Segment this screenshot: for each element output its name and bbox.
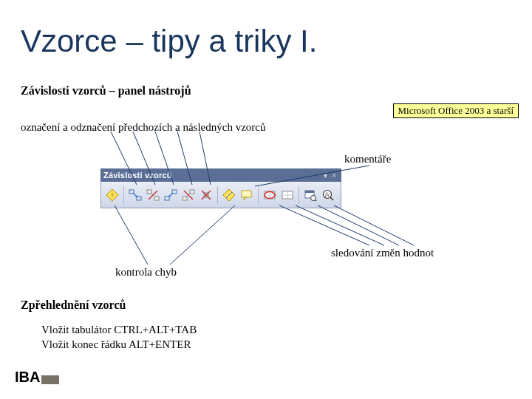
remove-dependents-button[interactable]: [180, 186, 197, 204]
svg-line-38: [330, 197, 333, 200]
svg-line-45: [115, 205, 148, 265]
subheading-dependencies: Závislosti vzorců – panel nástrojů: [21, 84, 191, 98]
label-marking: označení a odznačení předchozích a násle…: [21, 121, 266, 134]
evaluate-formula-icon: fx: [321, 188, 335, 202]
clear-circles-button[interactable]: [279, 186, 296, 204]
toolbar-body: !: [100, 182, 341, 208]
toolbar-menu-icon[interactable]: ▾: [321, 171, 330, 180]
warning-diamond-icon: !: [106, 188, 119, 202]
trace-dependents-button[interactable]: [163, 186, 179, 204]
svg-line-50: [334, 205, 414, 245]
svg-line-35: [316, 200, 317, 201]
toolbar-titlebar[interactable]: Závislosti vzorců ▾ ×: [100, 168, 341, 182]
toolbar-separator: [217, 186, 218, 204]
toolbar-close-icon[interactable]: ×: [330, 171, 338, 180]
svg-rect-33: [305, 191, 314, 193]
new-comment-icon: [240, 188, 253, 202]
office-version-badge: Microsoft Office 2003 a starší: [393, 103, 519, 118]
trace-error-button[interactable]: [221, 186, 237, 204]
error-checking-button[interactable]: !: [104, 186, 120, 204]
formula-auditing-toolbar: Závislosti vzorců ▾ × !: [100, 168, 341, 208]
subheading-readability: Zpřehlednění vzorců: [21, 299, 126, 312]
logo-text: IBA: [15, 369, 40, 386]
remove-precedents-icon: [146, 188, 160, 202]
circle-invalid-button[interactable]: [262, 186, 278, 204]
svg-line-46: [170, 205, 235, 265]
svg-line-47: [279, 205, 369, 245]
label-watch: sledování změn hodnot: [331, 247, 434, 259]
remove-all-arrows-icon: [200, 188, 213, 202]
new-comment-button[interactable]: [239, 186, 255, 204]
watch-window-button[interactable]: [302, 186, 318, 204]
remove-precedents-button[interactable]: [145, 186, 161, 204]
toolbar-title: Závislosti vzorců: [103, 171, 321, 180]
remove-dependents-icon: [182, 188, 195, 202]
trace-precedents-icon: [129, 188, 142, 202]
svg-marker-24: [244, 197, 247, 200]
logo-mark-icon: [41, 375, 59, 384]
svg-text:fx: fx: [325, 191, 330, 198]
shortcut-insert-tab: Vložit tabulátor CTRL+ALT+TAB: [41, 324, 197, 336]
trace-dependents-icon: [164, 188, 177, 202]
toolbar-separator: [258, 186, 259, 204]
shortcut-insert-newline: Vložit konec řádku ALT+ENTER: [41, 338, 191, 351]
svg-line-48: [296, 205, 384, 245]
iba-logo: IBA: [15, 369, 59, 386]
trace-precedents-button[interactable]: [127, 186, 143, 204]
evaluate-formula-button[interactable]: fx: [320, 186, 336, 204]
label-comments: komentáře: [344, 153, 391, 166]
svg-rect-23: [242, 191, 251, 197]
slide-title: Vzorce – tipy a triky I.: [21, 24, 317, 59]
svg-text:!: !: [112, 191, 114, 199]
remove-all-arrows-button[interactable]: [198, 186, 214, 204]
trace-error-icon: [222, 188, 236, 202]
toolbar-separator: [123, 186, 124, 204]
watch-window-icon: [304, 188, 317, 202]
label-error-check: kontrola chyb: [115, 266, 177, 279]
svg-line-49: [318, 205, 399, 245]
svg-point-34: [311, 195, 316, 200]
circle-invalid-icon: [263, 188, 276, 202]
clear-circles-icon: [281, 188, 294, 202]
toolbar-separator: [299, 186, 299, 204]
